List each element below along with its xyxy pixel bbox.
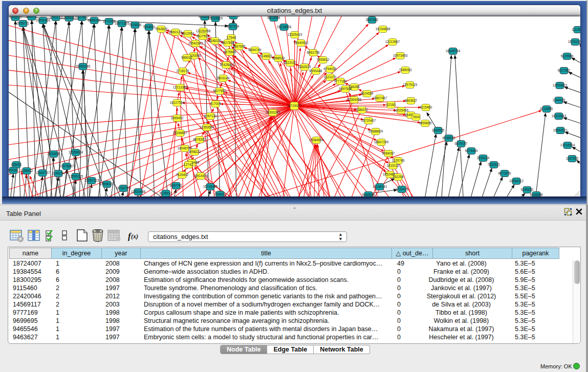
svg-text:18724007: 18724007	[287, 104, 302, 107]
svg-text:16648784: 16648784	[446, 49, 461, 53]
svg-text:1527602: 1527602	[76, 16, 89, 19]
svg-text:10958107: 10958107	[100, 182, 115, 186]
svg-text:12353594: 12353594	[200, 125, 214, 129]
svg-text:8878352: 8878352	[193, 138, 206, 141]
svg-text:20364436: 20364436	[347, 98, 362, 101]
svg-text:1091179: 1091179	[50, 16, 62, 19]
svg-text:8813054: 8813054	[268, 16, 280, 19]
svg-text:2935114: 2935114	[477, 156, 490, 160]
svg-text:1965492: 1965492	[171, 116, 184, 120]
svg-text:10973493: 10973493	[393, 54, 408, 57]
svg-text:1588520: 1588520	[272, 56, 285, 60]
svg-text:(x): (x)	[131, 233, 138, 240]
svg-text:10688609: 10688609	[368, 129, 383, 133]
svg-text:16046784: 16046784	[178, 146, 192, 150]
svg-text:2087682: 2087682	[366, 18, 379, 21]
svg-text:17359924: 17359924	[69, 150, 83, 154]
svg-text:5875685: 5875685	[224, 50, 236, 54]
svg-text:10025456: 10025456	[394, 108, 409, 112]
svg-text:1621072: 1621072	[324, 75, 337, 79]
svg-text:8938923: 8938923	[443, 136, 455, 140]
svg-text:10807467: 10807467	[373, 96, 387, 100]
svg-text:15720407: 15720407	[361, 119, 376, 122]
svg-text:9465546: 9465546	[362, 193, 375, 196]
svg-text:9129966: 9129966	[561, 54, 574, 58]
svg-text:17546: 17546	[227, 36, 236, 39]
svg-text:7463811: 7463811	[143, 25, 156, 29]
svg-text:1405572: 1405572	[9, 16, 22, 19]
svg-text:11923448: 11923448	[131, 190, 145, 193]
svg-text:1640935: 1640935	[432, 128, 445, 132]
svg-text:15751074: 15751074	[568, 40, 580, 43]
svg-text:16671355: 16671355	[115, 21, 129, 25]
svg-text:16782759: 16782759	[116, 186, 131, 190]
svg-text:19218506: 19218506	[277, 25, 292, 29]
svg-text:16210643: 16210643	[552, 114, 567, 118]
svg-text:15716485: 15716485	[203, 185, 218, 188]
svg-text:2803144: 2803144	[217, 76, 230, 80]
svg-text:3498222: 3498222	[188, 150, 201, 154]
svg-text:12942737: 12942737	[35, 171, 50, 174]
svg-text:12505135: 12505135	[69, 174, 83, 178]
svg-text:9115460: 9115460	[420, 105, 432, 109]
svg-text:9084067: 9084067	[382, 151, 395, 155]
svg-text:16107554: 16107554	[170, 101, 185, 104]
svg-text:12742: 12742	[184, 163, 193, 166]
svg-text:16154838: 16154838	[376, 27, 390, 31]
svg-text:1112846: 1112846	[572, 28, 580, 31]
svg-text:989031: 989031	[181, 56, 192, 59]
svg-text:7604: 7604	[412, 115, 420, 119]
svg-text:7632621: 7632621	[488, 163, 500, 166]
svg-text:7485063: 7485063	[399, 68, 412, 72]
svg-text:8125011: 8125011	[160, 191, 172, 195]
svg-text:7515526: 7515526	[129, 23, 142, 27]
svg-text:15640910: 15640910	[294, 41, 309, 45]
svg-text:9242848: 9242848	[220, 63, 233, 67]
svg-text:13325419: 13325419	[288, 33, 302, 36]
svg-text:10975887: 10975887	[59, 164, 74, 168]
svg-text:9827508: 9827508	[222, 41, 234, 45]
svg-text:9827503: 9827503	[197, 34, 209, 38]
svg-text:2867608: 2867608	[233, 45, 246, 48]
svg-text:8186328: 8186328	[209, 39, 222, 42]
svg-text:99154: 99154	[9, 168, 18, 172]
svg-text:62160: 62160	[386, 103, 396, 106]
svg-text:1145194: 1145194	[52, 171, 65, 175]
svg-text:1167533: 1167533	[566, 157, 579, 160]
svg-text:9474444: 9474444	[465, 149, 478, 152]
svg-text:16033809: 16033809	[208, 16, 223, 20]
svg-text:1156812: 1156812	[20, 169, 33, 172]
svg-text:6961758: 6961758	[307, 51, 320, 54]
svg-text:16543342: 16543342	[188, 41, 203, 45]
svg-text:12093822: 12093822	[553, 83, 568, 87]
svg-text:9227382: 9227382	[558, 69, 571, 72]
svg-text:19166827: 19166827	[173, 131, 188, 135]
svg-text:17957223: 17957223	[84, 179, 99, 182]
svg-text:1362615: 1362615	[298, 65, 311, 69]
svg-text:9146821: 9146821	[260, 54, 273, 58]
svg-text:2055721: 2055721	[17, 21, 30, 25]
svg-text:6794028: 6794028	[324, 67, 337, 71]
svg-text:2718176: 2718176	[177, 69, 189, 73]
svg-text:20053346: 20053346	[76, 64, 91, 68]
svg-text:9463627: 9463627	[405, 99, 418, 102]
svg-text:1815132: 1815132	[387, 164, 400, 167]
svg-text:7563822: 7563822	[155, 27, 168, 31]
svg-text:10655287: 10655287	[62, 16, 77, 19]
svg-text:435051: 435051	[11, 163, 22, 166]
svg-text:8660123: 8660123	[169, 30, 182, 34]
svg-text:28300243: 28300243	[266, 111, 280, 114]
svg-text:1733426: 1733426	[396, 187, 408, 191]
svg-text:19692971: 19692971	[553, 128, 568, 132]
svg-text:8215955: 8215955	[540, 107, 553, 111]
svg-text:417004: 417004	[210, 102, 221, 105]
svg-text:9245652: 9245652	[521, 188, 534, 191]
svg-text:8267130: 8267130	[204, 114, 217, 118]
svg-text:1120746: 1120746	[392, 159, 405, 162]
svg-text:13226058: 13226058	[196, 29, 211, 33]
svg-text:19384554: 19384554	[309, 138, 324, 142]
svg-text:12213389: 12213389	[173, 85, 188, 89]
svg-text:1244415: 1244415	[553, 98, 565, 102]
svg-text:9245658: 9245658	[530, 193, 543, 196]
svg-text:8322037: 8322037	[284, 61, 297, 64]
